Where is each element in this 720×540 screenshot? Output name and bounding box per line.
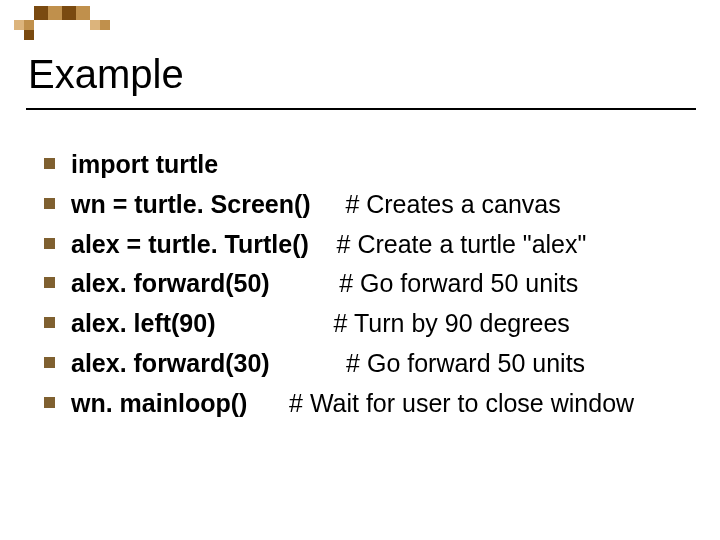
- square-bullet-icon: [44, 198, 55, 209]
- comment-text: # Wait for user to close window: [289, 389, 634, 417]
- comment-text: # Create a turtle "alex": [337, 230, 587, 258]
- square-bullet-icon: [44, 277, 55, 288]
- slide-body: import turtle wn = turtle. Screen() # Cr…: [44, 148, 690, 426]
- code-text: import turtle: [71, 150, 218, 178]
- square-bullet-icon: [44, 357, 55, 368]
- comment-text: # Turn by 90 degrees: [334, 309, 570, 337]
- bullet-line: import turtle: [44, 148, 690, 182]
- code-text: alex. forward(50): [71, 269, 339, 297]
- square-bullet-icon: [44, 317, 55, 328]
- bullet-line: alex. forward(30) # Go forward 50 units: [44, 347, 690, 381]
- code-text: wn. mainloop(): [71, 389, 289, 417]
- square-bullet-icon: [44, 397, 55, 408]
- bullet-line: alex. left(90) # Turn by 90 degrees: [44, 307, 690, 341]
- code-text: alex. forward(30): [71, 349, 346, 377]
- slide-title: Example: [28, 52, 184, 97]
- comment-text: # Go forward 50 units: [339, 269, 578, 297]
- square-bullet-icon: [44, 238, 55, 249]
- square-bullet-icon: [44, 158, 55, 169]
- title-underline: [26, 108, 696, 110]
- code-text: alex. left(90): [71, 309, 334, 337]
- comment-text: # Creates a canvas: [345, 190, 560, 218]
- bullet-line: alex. forward(50) # Go forward 50 units: [44, 267, 690, 301]
- comment-text: # Go forward 50 units: [346, 349, 585, 377]
- code-text: wn = turtle. Screen(): [71, 190, 345, 218]
- code-text: alex = turtle. Turtle(): [71, 230, 337, 258]
- bullet-line: wn. mainloop() # Wait for user to close …: [44, 387, 690, 421]
- bullet-line: wn = turtle. Screen() # Creates a canvas: [44, 188, 690, 222]
- slide: Example import turtle wn = turtle. Scree…: [0, 0, 720, 540]
- bullet-line: alex = turtle. Turtle() # Create a turtl…: [44, 228, 690, 262]
